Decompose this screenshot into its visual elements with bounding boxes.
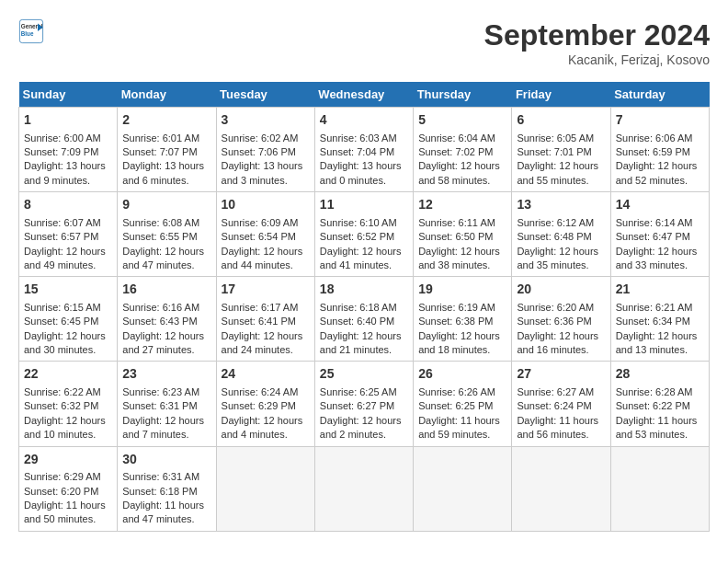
day-info: and 59 minutes. (418, 428, 506, 442)
calendar-cell: 11Sunrise: 6:10 AMSunset: 6:52 PMDayligh… (314, 192, 413, 277)
day-info: Sunrise: 6:23 AM (122, 385, 210, 399)
day-info: Sunset: 7:02 PM (418, 145, 506, 159)
day-info: Sunrise: 6:19 AM (418, 301, 506, 315)
day-number: 8 (24, 196, 112, 214)
day-info: and 13 minutes. (616, 343, 704, 357)
day-number: 5 (418, 111, 506, 130)
day-info: and 52 minutes. (616, 174, 704, 188)
calendar-cell: 3Sunrise: 6:02 AMSunset: 7:06 PMDaylight… (216, 108, 314, 192)
day-info: Sunrise: 6:02 AM (222, 132, 310, 145)
day-info: Daylight: 12 hours (320, 414, 408, 428)
day-number: 23 (122, 365, 210, 384)
day-info: Sunset: 6:32 PM (24, 399, 112, 413)
calendar-cell: 23Sunrise: 6:23 AMSunset: 6:31 PMDayligh… (118, 362, 216, 446)
day-info: Sunrise: 6:27 AM (517, 385, 605, 399)
day-info: Sunrise: 6:08 AM (122, 216, 210, 230)
day-info: and 41 minutes. (320, 259, 408, 272)
weekday-header: Saturday (610, 82, 709, 108)
day-info: Daylight: 13 hours (122, 159, 210, 173)
day-info: Sunrise: 6:29 AM (24, 470, 112, 484)
day-number: 3 (222, 111, 310, 130)
day-info: Daylight: 12 hours (222, 414, 310, 428)
day-number: 26 (418, 365, 506, 384)
calendar-cell (314, 446, 413, 531)
day-info: Sunrise: 6:24 AM (222, 385, 310, 399)
calendar-cell: 19Sunrise: 6:19 AMSunset: 6:38 PMDayligh… (414, 277, 512, 362)
day-info: Sunrise: 6:00 AM (24, 132, 112, 145)
day-info: and 27 minutes. (122, 343, 210, 357)
day-info: Sunset: 6:20 PM (24, 485, 112, 499)
svg-text:Blue: Blue (21, 30, 34, 37)
weekday-header: Monday (118, 82, 216, 108)
day-info: Sunrise: 6:28 AM (616, 385, 704, 399)
day-info: Sunrise: 6:06 AM (616, 132, 704, 145)
day-info: Sunrise: 6:18 AM (320, 301, 408, 315)
day-info: Sunset: 6:54 PM (222, 230, 310, 244)
day-info: and 30 minutes. (24, 343, 112, 357)
day-info: Sunrise: 6:09 AM (222, 216, 310, 230)
day-info: Daylight: 12 hours (418, 159, 506, 173)
day-info: Daylight: 12 hours (24, 329, 112, 343)
title-block: September 2024 Kacanik, Ferizaj, Kosovo (484, 18, 710, 67)
weekday-header: Friday (512, 82, 610, 108)
calendar-table: SundayMondayTuesdayWednesdayThursdayFrid… (18, 82, 710, 532)
day-info: Sunrise: 6:21 AM (616, 301, 704, 315)
day-number: 27 (517, 365, 605, 384)
day-info: Sunset: 7:04 PM (320, 145, 408, 159)
calendar-week-row: 29Sunrise: 6:29 AMSunset: 6:20 PMDayligh… (19, 446, 710, 531)
day-info: Sunset: 6:29 PM (222, 399, 310, 413)
day-number: 9 (122, 196, 210, 214)
day-info: Sunrise: 6:31 AM (122, 470, 210, 484)
day-info: Sunset: 6:55 PM (122, 230, 210, 244)
day-info: Daylight: 12 hours (517, 159, 605, 173)
calendar-cell: 25Sunrise: 6:25 AMSunset: 6:27 PMDayligh… (314, 362, 413, 446)
day-number: 21 (616, 281, 704, 299)
weekday-header: Tuesday (216, 82, 314, 108)
day-info: and 55 minutes. (517, 174, 605, 188)
day-number: 6 (517, 111, 605, 130)
day-info: Sunset: 7:01 PM (517, 145, 605, 159)
day-info: Sunset: 6:47 PM (616, 230, 704, 244)
day-info: Daylight: 13 hours (320, 159, 408, 173)
day-info: Daylight: 12 hours (24, 245, 112, 259)
calendar-week-row: 1Sunrise: 6:00 AMSunset: 7:09 PMDaylight… (19, 108, 710, 192)
day-info: Daylight: 12 hours (122, 329, 210, 343)
day-info: and 4 minutes. (222, 428, 310, 442)
calendar-cell: 16Sunrise: 6:16 AMSunset: 6:43 PMDayligh… (118, 277, 216, 362)
calendar-cell (216, 446, 314, 531)
calendar-cell: 1Sunrise: 6:00 AMSunset: 7:09 PMDaylight… (19, 108, 118, 192)
weekday-header: Wednesday (314, 82, 413, 108)
day-info: Sunset: 6:36 PM (517, 315, 605, 328)
day-info: and 47 minutes. (122, 512, 210, 526)
calendar-cell: 13Sunrise: 6:12 AMSunset: 6:48 PMDayligh… (512, 192, 610, 277)
day-info: Sunset: 6:41 PM (222, 315, 310, 328)
calendar-cell: 21Sunrise: 6:21 AMSunset: 6:34 PMDayligh… (610, 277, 709, 362)
calendar-week-row: 22Sunrise: 6:22 AMSunset: 6:32 PMDayligh… (19, 362, 710, 446)
day-info: Sunset: 6:45 PM (24, 315, 112, 328)
day-info: Sunset: 6:27 PM (320, 399, 408, 413)
day-info: Daylight: 12 hours (616, 329, 704, 343)
day-info: Sunset: 6:24 PM (517, 399, 605, 413)
day-info: Sunrise: 6:15 AM (24, 301, 112, 315)
calendar-cell: 9Sunrise: 6:08 AMSunset: 6:55 PMDaylight… (118, 192, 216, 277)
month-title: September 2024 (484, 18, 710, 52)
day-info: and 16 minutes. (517, 343, 605, 357)
day-info: and 21 minutes. (320, 343, 408, 357)
calendar-cell: 5Sunrise: 6:04 AMSunset: 7:02 PMDaylight… (414, 108, 512, 192)
calendar-cell: 2Sunrise: 6:01 AMSunset: 7:07 PMDaylight… (118, 108, 216, 192)
day-info: Daylight: 12 hours (616, 245, 704, 259)
header-row: SundayMondayTuesdayWednesdayThursdayFrid… (19, 82, 710, 108)
day-number: 28 (616, 365, 704, 384)
day-info: Sunset: 7:07 PM (122, 145, 210, 159)
day-number: 18 (320, 281, 408, 299)
day-info: Sunrise: 6:12 AM (517, 216, 605, 230)
calendar-cell: 8Sunrise: 6:07 AMSunset: 6:57 PMDaylight… (19, 192, 118, 277)
calendar-cell: 4Sunrise: 6:03 AMSunset: 7:04 PMDaylight… (314, 108, 413, 192)
day-info: and 47 minutes. (122, 259, 210, 272)
day-info: Daylight: 12 hours (320, 329, 408, 343)
day-info: and 6 minutes. (122, 174, 210, 188)
day-number: 14 (616, 196, 704, 214)
day-info: Sunrise: 6:07 AM (24, 216, 112, 230)
day-info: Daylight: 12 hours (122, 414, 210, 428)
day-info: and 53 minutes. (616, 428, 704, 442)
